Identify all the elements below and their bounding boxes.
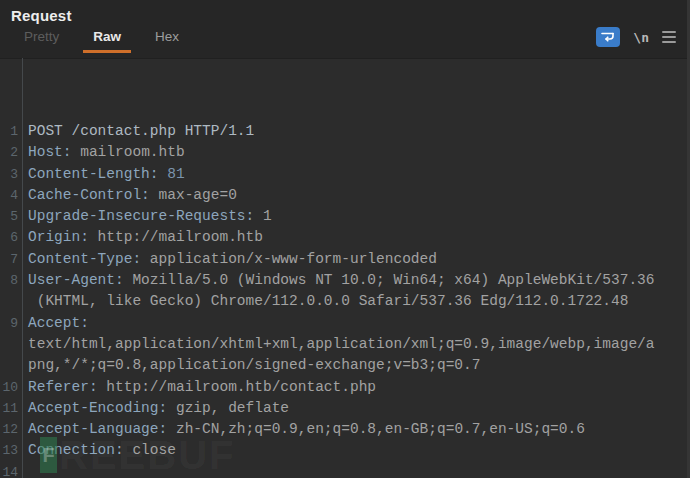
line-number: 1 [0, 121, 22, 142]
view-tabbar: Pretty Raw Hex \n [0, 24, 690, 53]
editor-row[interactable]: 7Content-Type: application/x-www-form-ur… [0, 249, 677, 270]
line-number: 6 [0, 227, 22, 248]
line-text[interactable]: Accept: [22, 313, 677, 334]
line-number: 7 [0, 249, 22, 270]
soft-wrap-icon [600, 30, 616, 44]
editor-row[interactable]: 1POST /contact.php HTTP/1.1 [0, 121, 677, 142]
burp-request-panel: { "panel": { "title": "Request" }, "tabs… [0, 0, 690, 478]
editor-row[interactable]: 13Connection: close [0, 440, 677, 461]
line-text[interactable] [22, 462, 677, 478]
line-number: 10 [0, 377, 22, 398]
hamburger-menu-icon[interactable] [662, 31, 676, 43]
tab-hex[interactable]: Hex [145, 25, 189, 53]
line-number [0, 291, 22, 312]
soft-wrap-toggle-button[interactable] [596, 27, 620, 47]
editor-row[interactable]: 6Origin: http://mailroom.htb [0, 227, 677, 248]
line-number: 5 [0, 206, 22, 227]
line-text[interactable]: User-Agent: Mozilla/5.0 (Windows NT 10.0… [22, 270, 677, 291]
line-text[interactable]: Content-Length: 81 [22, 164, 677, 185]
line-text[interactable]: Origin: http://mailroom.htb [22, 227, 677, 248]
line-number: 13 [0, 440, 22, 461]
editor-row[interactable]: 2Host: mailroom.htb [0, 142, 677, 163]
editor-row[interactable]: 12Accept-Language: zh-CN,zh;q=0.9,en;q=0… [0, 419, 677, 440]
editor-row[interactable]: 5Upgrade-Insecure-Requests: 1 [0, 206, 677, 227]
editor-row[interactable]: 10Referer: http://mailroom.htb/contact.p… [0, 377, 677, 398]
line-number: 3 [0, 164, 22, 185]
editor-row[interactable]: (KHTML, like Gecko) Chrome/112.0.0.0 Saf… [0, 291, 677, 312]
panel-header: Request Pretty Raw Hex \n [0, 0, 690, 58]
line-text[interactable]: Connection: close [22, 440, 677, 461]
line-number [0, 334, 22, 355]
line-number: 11 [0, 398, 22, 419]
line-text[interactable]: text/html,application/xhtml+xml,applicat… [22, 334, 677, 355]
editor-rows[interactable]: 1POST /contact.php HTTP/1.12Host: mailro… [0, 121, 677, 478]
panel-title: Request [0, 0, 690, 24]
line-number: 2 [0, 142, 22, 163]
editor-row[interactable]: 4Cache-Control: max-age=0 [0, 185, 677, 206]
line-text[interactable]: Referer: http://mailroom.htb/contact.php [22, 377, 677, 398]
line-text[interactable]: png,*/*;q=0.8,application/signed-exchang… [22, 355, 677, 376]
editor-row[interactable]: 3Content-Length: 81 [0, 164, 677, 185]
editor-row[interactable]: 14 [0, 462, 677, 478]
line-number: 4 [0, 185, 22, 206]
line-number: 9 [0, 313, 22, 334]
gutter-separator [22, 58, 23, 478]
line-text[interactable]: Content-Type: application/x-www-form-url… [22, 249, 677, 270]
line-text[interactable]: Upgrade-Insecure-Requests: 1 [22, 206, 677, 227]
tab-tools: \n [596, 27, 690, 53]
line-number: 12 [0, 419, 22, 440]
tab-pretty[interactable]: Pretty [14, 25, 69, 53]
editor-row[interactable]: png,*/*;q=0.8,application/signed-exchang… [0, 355, 677, 376]
line-number: 8 [0, 270, 22, 291]
line-text[interactable]: POST /contact.php HTTP/1.1 [22, 121, 677, 142]
request-editor[interactable]: 1POST /contact.php HTTP/1.12Host: mailro… [0, 58, 690, 478]
line-text[interactable]: Host: mailroom.htb [22, 142, 677, 163]
line-text[interactable]: (KHTML, like Gecko) Chrome/112.0.0.0 Saf… [22, 291, 677, 312]
show-newlines-button[interactable]: \n [633, 30, 649, 45]
editor-row[interactable]: 11Accept-Encoding: gzip, deflate [0, 398, 677, 419]
editor-row[interactable]: 8User-Agent: Mozilla/5.0 (Windows NT 10.… [0, 270, 677, 291]
line-text[interactable]: Accept-Encoding: gzip, deflate [22, 398, 677, 419]
tab-raw[interactable]: Raw [83, 25, 131, 53]
line-text[interactable]: Accept-Language: zh-CN,zh;q=0.9,en;q=0.8… [22, 419, 677, 440]
line-number [0, 355, 22, 376]
editor-row[interactable]: 9Accept: [0, 313, 677, 334]
line-text[interactable]: Cache-Control: max-age=0 [22, 185, 677, 206]
editor-row[interactable]: text/html,application/xhtml+xml,applicat… [0, 334, 677, 355]
line-number: 14 [0, 462, 22, 478]
